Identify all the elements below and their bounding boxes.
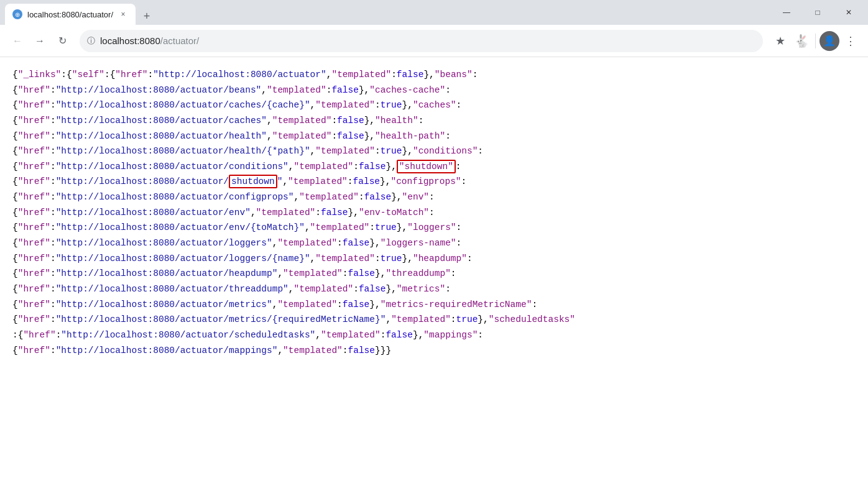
tab-close-button[interactable]: ×: [118, 9, 128, 19]
extension-bird-button[interactable]: 🐇: [792, 31, 811, 51]
toolbar-divider: [815, 34, 816, 48]
line-18: :{"href":"http://localhost:8080/actuator…: [12, 330, 483, 340]
json-content: {"_links":{"self":{"href":"http://localh…: [12, 67, 856, 358]
line-5: {"href":"http://localhost:8080/actuator/…: [12, 131, 451, 141]
line-4: {"href":"http://localhost:8080/actuator/…: [12, 116, 423, 126]
line-8: {"href":"http://localhost:8080/actuator/…: [12, 175, 466, 188]
line-12: {"href":"http://localhost:8080/actuator/…: [12, 238, 461, 248]
security-icon: ⓘ: [87, 35, 95, 47]
line-14: {"href":"http://localhost:8080/actuator/…: [12, 268, 456, 278]
minimize-button[interactable]: —: [772, 2, 801, 22]
content-area: {"_links":{"self":{"href":"http://localh…: [0, 57, 868, 486]
line-2: {"href":"http://localhost:8080/actuator/…: [12, 85, 451, 95]
line-19: {"href":"http://localhost:8080/actuator/…: [12, 346, 391, 355]
title-bar: localhost:8080/actuator/ × + — □ ✕: [0, 0, 868, 25]
bookmark-button[interactable]: ★: [770, 31, 790, 51]
maximize-button[interactable]: □: [803, 2, 832, 22]
line-6: {"href":"http://localhost:8080/actuator/…: [12, 146, 483, 156]
line-7: {"href":"http://localhost:8080/actuator/…: [12, 160, 461, 173]
line-10: {"href":"http://localhost:8080/actuator/…: [12, 208, 435, 218]
nav-bar: ← → ↻ ⓘ localhost:8080/actuator/ ★ 🐇 👤 ⋮: [0, 25, 868, 57]
line-11: {"href":"http://localhost:8080/actuator/…: [12, 222, 461, 232]
url-path: /actuator/: [160, 35, 200, 46]
profile-button[interactable]: 👤: [820, 31, 839, 51]
window-controls: — □ ✕: [772, 2, 863, 22]
line-1: {"_links":{"self":{"href":"http://localh…: [12, 70, 478, 80]
refresh-button[interactable]: ↻: [52, 31, 72, 51]
line-3: {"href":"http://localhost:8080/actuator/…: [12, 100, 461, 110]
browser-tab[interactable]: localhost:8080/actuator/ ×: [5, 4, 136, 25]
shutdown-url-highlight: shutdown: [229, 175, 277, 188]
line-17: {"href":"http://localhost:8080/actuator/…: [12, 314, 575, 324]
forward-button[interactable]: →: [30, 31, 50, 51]
toolbar-icons: ★ 🐇 👤 ⋮: [770, 31, 861, 51]
line-15: {"href":"http://localhost:8080/actuator/…: [12, 284, 451, 294]
tab-favicon: [12, 9, 22, 19]
close-button[interactable]: ✕: [834, 2, 863, 22]
new-tab-button[interactable]: +: [138, 7, 155, 25]
line-16: {"href":"http://localhost:8080/actuator/…: [12, 300, 537, 309]
line-9: {"href":"http://localhost:8080/actuator/…: [12, 192, 435, 202]
url-text: localhost:8080/actuator/: [100, 35, 755, 46]
shutdown-highlight: "shutdown": [397, 160, 456, 173]
line-13: {"href":"http://localhost:8080/actuator/…: [12, 254, 473, 264]
tab-area: localhost:8080/actuator/ × +: [5, 0, 767, 25]
back-button[interactable]: ←: [7, 31, 27, 51]
tab-title: localhost:8080/actuator/: [27, 10, 113, 19]
address-bar[interactable]: ⓘ localhost:8080/actuator/: [80, 30, 763, 52]
menu-button[interactable]: ⋮: [841, 31, 861, 51]
url-domain: localhost:8080: [100, 35, 160, 46]
